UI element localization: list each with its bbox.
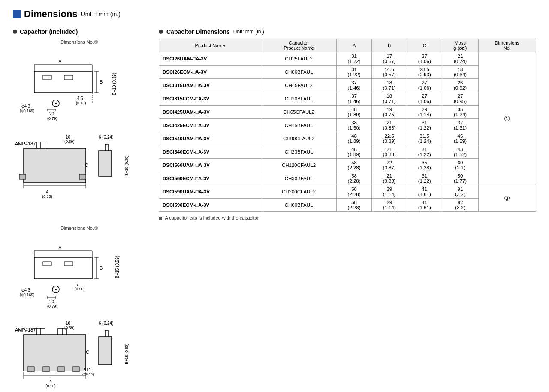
svg-text:20: 20	[49, 112, 54, 116]
cap-product-cell: CH60BFAUL	[261, 199, 337, 212]
b-cell: 29(1.14)	[372, 199, 407, 212]
dim-no-cell: ①	[478, 52, 536, 185]
col-product-name: Product Name	[159, 39, 261, 52]
cap-product-cell: CH10BFAUL	[261, 92, 337, 106]
col-mass: Massg (oz.)	[442, 39, 478, 52]
page-title: Dimensions Unit = mm (in.)	[13, 9, 121, 20]
product-name-cell: DSCI540UAM-□A-3V	[159, 132, 261, 145]
col-a: A	[337, 39, 372, 52]
b-cell: 21(0.83)	[372, 172, 407, 185]
svg-rect-88	[58, 367, 64, 372]
svg-rect-89	[73, 367, 79, 372]
svg-text:(0.79): (0.79)	[47, 304, 57, 308]
dim2-label: Dimensions No.②	[13, 226, 146, 231]
svg-text:(0.79): (0.79)	[47, 116, 57, 121]
svg-text:B: B	[100, 79, 103, 84]
svg-text:(0.16): (0.16)	[45, 384, 56, 388]
b-cell: 14.5(0.57)	[372, 66, 407, 79]
a-cell: 38(1.50)	[337, 119, 372, 132]
col-cap-product-name: CapacitorProduct Name	[261, 39, 337, 52]
mass-cell: 27(0.95)	[442, 92, 478, 106]
a-cell: 31(1.22)	[337, 66, 372, 79]
dimensions-table: Product Name CapacitorProduct Name A B C…	[159, 39, 536, 212]
cap-product-cell: CH30BFAUL	[261, 172, 337, 185]
left-panel: Capacitor (Included) Dimensions No.① A	[13, 28, 146, 392]
cap-product-cell: CH06BFAUL	[261, 66, 337, 79]
mass-cell: 91(3.2)	[442, 185, 478, 199]
cap-product-cell: CH120CFAUL2	[261, 159, 337, 172]
svg-text:A: A	[58, 245, 62, 250]
c-cell: 31(1.22)	[407, 172, 442, 185]
svg-text:(R0.39): (R0.39)	[82, 372, 94, 376]
a-cell: 48(1.89)	[337, 106, 372, 119]
svg-text:B+15 (0.59): B+15 (0.59)	[115, 256, 120, 279]
svg-text:4: 4	[46, 190, 48, 194]
svg-text:6 (0.24): 6 (0.24)	[99, 321, 113, 326]
svg-text:AMP#187: AMP#187	[15, 141, 36, 146]
svg-rect-86	[28, 367, 34, 372]
c-cell: 31(1.22)	[407, 145, 442, 159]
svg-text:φ4.3: φ4.3	[21, 104, 30, 109]
product-name-cell: DSCI590UAM-□A-3V	[159, 185, 261, 199]
footnote: A capacitor cap is included with the cap…	[159, 215, 536, 220]
c-cell: 31.5(1.24)	[407, 132, 442, 145]
mass-cell: 21(0.74)	[442, 52, 478, 66]
svg-text:C: C	[86, 350, 89, 355]
a-cell: 58(2.28)	[337, 159, 372, 172]
product-name-cell: DSCI560UAM-□A-3V	[159, 159, 261, 172]
b-cell: 19(0.75)	[372, 106, 407, 119]
cap-product-cell: CH65CFAUL2	[261, 106, 337, 119]
c-cell: 27(1.06)	[407, 52, 442, 66]
b-cell: 29(1.14)	[372, 185, 407, 199]
c-cell: 41(1.61)	[407, 199, 442, 212]
cap-product-cell: CH15BFAUL	[261, 119, 337, 132]
svg-text:B+10 (0.39): B+10 (0.39)	[124, 155, 129, 175]
svg-text:(0.39): (0.39)	[64, 326, 75, 330]
c-cell: 23.5(0.93)	[407, 66, 442, 79]
b-cell: 18(0.71)	[372, 92, 407, 106]
diagram-2b: AMP#187 10 (0.39) 6 (0.24)	[13, 320, 133, 392]
cap-product-cell: CH45FAUL2	[261, 79, 337, 92]
svg-text:C: C	[85, 163, 88, 168]
a-cell: 48(1.89)	[337, 132, 372, 145]
table-header-row: Product Name CapacitorProduct Name A B C…	[159, 39, 536, 52]
mass-cell: 35(1.24)	[442, 106, 478, 119]
c-cell: 29(1.14)	[407, 106, 442, 119]
svg-text:(0.18): (0.18)	[76, 101, 86, 105]
mass-cell: 50(1.77)	[442, 172, 478, 185]
svg-text:B+10 (0.39): B+10 (0.39)	[112, 73, 117, 96]
b-cell: 21(0.83)	[372, 119, 407, 132]
b-cell: 18(0.71)	[372, 79, 407, 92]
dim1-label: Dimensions No.①	[13, 39, 146, 45]
svg-text:(0.39): (0.39)	[64, 139, 75, 144]
page-header: Dimensions Unit = mm (in.)	[13, 9, 536, 20]
dim-no-cell: ②	[478, 185, 536, 212]
a-cell: 31(1.22)	[337, 52, 372, 66]
c-cell: 27(1.06)	[407, 79, 442, 92]
a-cell: 48(1.89)	[337, 145, 372, 159]
col-b: B	[372, 39, 407, 52]
b-cell: 22(0.87)	[372, 159, 407, 172]
svg-rect-85	[24, 335, 86, 371]
svg-rect-36	[79, 174, 86, 179]
a-cell: 37(1.46)	[337, 92, 372, 106]
svg-rect-87	[43, 367, 49, 372]
svg-text:φ4.3: φ4.3	[21, 288, 30, 292]
svg-text:6 (0.24): 6 (0.24)	[99, 135, 113, 139]
product-name-cell: DSCI590ECM-□A-3V	[159, 199, 261, 212]
diagram-1b: AMP#187 10 (0.39) 6 (0.24)	[13, 133, 133, 213]
a-cell: 58(2.28)	[337, 185, 372, 199]
svg-text:(0.16): (0.16)	[42, 194, 52, 199]
table-row: DSCI590UAM-□A-3VCH200CFAUL258(2.28)29(1.…	[159, 185, 536, 199]
svg-text:(0.28): (0.28)	[75, 287, 85, 291]
product-name-cell: DSCI425UAM-□A-3V	[159, 106, 261, 119]
svg-rect-56	[34, 257, 92, 279]
svg-text:B: B	[100, 265, 103, 271]
svg-rect-35	[19, 174, 26, 179]
svg-text:4: 4	[49, 379, 52, 384]
diagram-1: A B B+10 (0.39)	[13, 48, 133, 133]
svg-rect-41	[99, 151, 112, 176]
svg-text:4.5: 4.5	[77, 96, 83, 101]
a-cell: 37(1.46)	[337, 79, 372, 92]
footnote-bullet-icon	[159, 217, 162, 220]
